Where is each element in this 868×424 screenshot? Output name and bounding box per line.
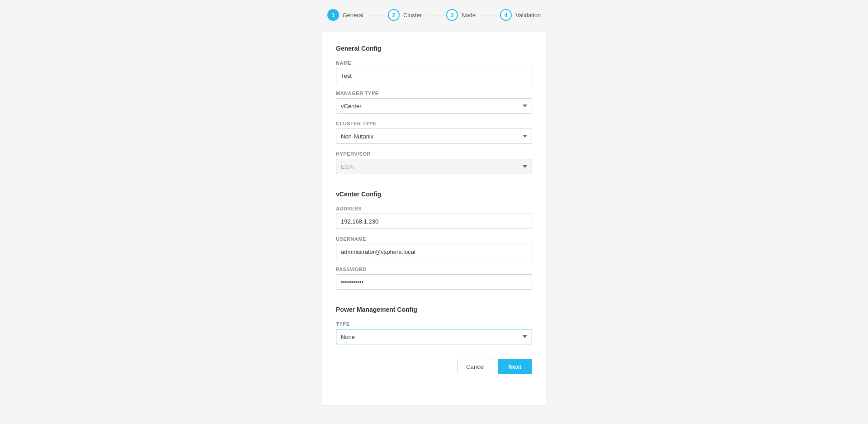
- divider-2: [336, 297, 532, 306]
- step-label-cluster: Cluster: [403, 12, 422, 19]
- hypervisor-select[interactable]: ESXi Hyper-V KVM: [336, 159, 532, 174]
- vcenter-config-title: vCenter Config: [336, 191, 532, 198]
- cancel-button[interactable]: Cancel: [458, 359, 493, 374]
- step-circle-4: 4: [500, 9, 512, 21]
- step-number-2: 2: [392, 12, 395, 19]
- cluster-type-select[interactable]: Non-Nutanix Nutanix: [336, 129, 532, 144]
- power-type-field-group: TYPE None IPMI iLO DRAC: [336, 321, 532, 344]
- form-content: General Config NAME MANAGER TYPE vCenter…: [321, 32, 547, 405]
- step-number-3: 3: [450, 12, 453, 19]
- step-item-2: 2 Cluster: [388, 9, 422, 21]
- general-config-title: General Config: [336, 45, 532, 52]
- username-field-group: USERNAME: [336, 236, 532, 259]
- power-type-label: TYPE: [336, 321, 532, 327]
- username-input[interactable]: [336, 244, 532, 259]
- address-field-group: ADDRESS: [336, 206, 532, 229]
- manager-type-label: MANAGER TYPE: [336, 91, 532, 96]
- step-circle-3: 3: [446, 9, 458, 21]
- name-label: NAME: [336, 60, 532, 66]
- step-item-1: 1 General: [327, 9, 363, 21]
- address-input[interactable]: [336, 214, 532, 229]
- password-field-group: PASSWORD: [336, 267, 532, 290]
- divider-1: [336, 181, 532, 191]
- step-separator-3: [481, 15, 495, 15]
- cluster-type-label: CLUSTER TYPE: [336, 121, 532, 126]
- address-label: ADDRESS: [336, 206, 532, 211]
- power-type-select[interactable]: None IPMI iLO DRAC: [336, 329, 532, 344]
- username-label: USERNAME: [336, 236, 532, 242]
- name-field-group: NAME: [336, 60, 532, 83]
- manager-type-select[interactable]: vCenter Prism Central None: [336, 98, 532, 114]
- step-number-1: 1: [331, 12, 335, 19]
- name-input[interactable]: [336, 68, 532, 83]
- step-item-4: 4 Validation: [500, 9, 541, 21]
- step-circle-2: 2: [388, 9, 400, 21]
- step-label-validation: Validation: [515, 12, 541, 19]
- power-management-config-title: Power Management Config: [336, 306, 532, 313]
- step-label-general: General: [343, 12, 363, 19]
- password-input[interactable]: [336, 274, 532, 290]
- step-separator-1: [369, 15, 382, 15]
- step-number-4: 4: [505, 12, 508, 19]
- next-button[interactable]: Next: [498, 359, 532, 374]
- wizard-steps: 1 General 2 Cluster 3 Node 4 Validation: [0, 0, 868, 32]
- manager-type-field-group: MANAGER TYPE vCenter Prism Central None: [336, 91, 532, 114]
- step-label-node: Node: [462, 12, 476, 19]
- password-label: PASSWORD: [336, 267, 532, 272]
- hypervisor-label: HYPERVISOR: [336, 151, 532, 157]
- page-container: 1 General 2 Cluster 3 Node 4 Validation: [0, 0, 868, 424]
- step-item-3: 3 Node: [446, 9, 476, 21]
- footer-actions: Cancel Next: [336, 359, 532, 392]
- hypervisor-field-group: HYPERVISOR ESXi Hyper-V KVM: [336, 151, 532, 174]
- cluster-type-field-group: CLUSTER TYPE Non-Nutanix Nutanix: [336, 121, 532, 144]
- step-separator-2: [427, 15, 441, 15]
- step-circle-1: 1: [327, 9, 339, 21]
